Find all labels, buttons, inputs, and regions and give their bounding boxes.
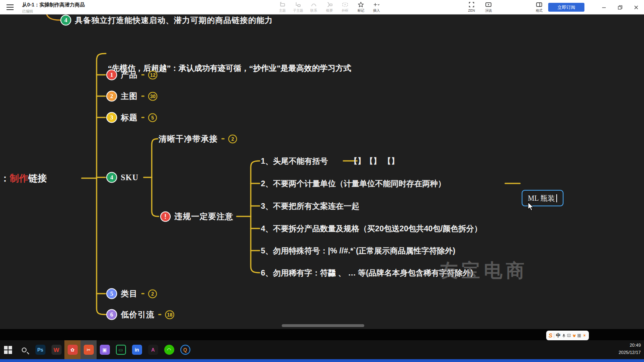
node-clean-connect[interactable]: 清晰干净带承接 2 [159, 134, 237, 144]
keyboard-icon[interactable] [567, 333, 571, 337]
node-violation[interactable]: ! 违规一定要注意 [160, 211, 233, 222]
taskbar-video-app[interactable]: ▣ [97, 340, 113, 359]
tray-clock[interactable]: 20:49 2025/12/17 [619, 342, 641, 356]
node-sku[interactable]: 4 SKU [106, 172, 138, 183]
node-rule-3[interactable]: 3、不要把所有文案连在一起 [261, 201, 359, 212]
numbered-marker-icon: 1 [106, 70, 117, 80]
rule-3-text: 3、不要把所有文案连在一起 [261, 201, 359, 212]
numbered-marker-icon: 4 [106, 172, 117, 183]
present-button[interactable]: 演说 [481, 1, 496, 14]
toolbox-grid-icon[interactable] [578, 333, 581, 338]
numbered-marker-icon: 4 [60, 15, 71, 26]
toolbar-topic-button[interactable]: 主题 [275, 1, 290, 14]
toolbar-relationship-button[interactable]: 联系 [306, 1, 322, 14]
tray-time: 20:49 [619, 342, 641, 349]
node-sku-label: SKU [121, 173, 138, 182]
title-block: 从0-1：实操制作高潜力商品 已编辑 [22, 2, 85, 14]
node-rule-2[interactable]: 2、不要两个计量单位（计量单位不能同时存在两种） [261, 178, 446, 189]
mindmap-canvas[interactable]: 4 具备独立打造能快速启动、潜力可期的商品链接的能力 “先模仿，后超越”：承认成… [0, 14, 644, 329]
ime-toolbar[interactable]: S 中 ☀ [546, 331, 589, 340]
node-product-label: 产品 [121, 70, 138, 80]
close-button[interactable] [628, 0, 644, 14]
branch-connectors [0, 14, 644, 329]
toolbar-subtopic-button[interactable]: 子主题 [290, 1, 306, 14]
screen: 从0-1：实操制作高潜力商品 已编辑 主题 子主题 联系 概要 外框 [0, 0, 644, 362]
collapse-count-badge[interactable]: 30 [148, 92, 157, 101]
taskbar-remote-desktop[interactable]: ▭ [113, 340, 129, 359]
node-rule-1[interactable]: 1、头尾不能有括号 【】【】 【】 [261, 156, 399, 167]
toolbar-boundary-button[interactable]: 外框 [337, 1, 353, 14]
numbered-marker-icon: 6 [106, 309, 117, 320]
subscribe-button[interactable]: 立即订阅 [548, 3, 584, 12]
menu-icon[interactable] [6, 4, 14, 10]
microphone-icon[interactable] [562, 333, 566, 338]
format-panel-icon [536, 1, 543, 8]
tray-date: 2025/12/17 [619, 349, 641, 356]
taskbar-photoshop[interactable]: Ps [32, 340, 48, 359]
toolbar-summary-button[interactable]: 概要 [322, 1, 337, 14]
horizontal-scrollbar[interactable] [282, 324, 364, 327]
text-caret [556, 194, 557, 202]
node-main-image[interactable]: 2 主图 30 [106, 91, 157, 102]
toolbar-marker-button[interactable]: 标记 [353, 1, 369, 14]
skin-shirt-icon[interactable] [572, 333, 576, 338]
zen-mode-button[interactable]: ZEN [464, 1, 479, 14]
window-controls [596, 0, 644, 14]
collapse-stub [158, 314, 161, 315]
node-low-price-label: 低价引流 [121, 309, 155, 320]
document-status: 已编辑 [22, 9, 85, 14]
taskbar-design-app[interactable]: A [145, 340, 161, 359]
node-rule-4[interactable]: 4、不要拆分产品数量及规格（买20包送20包共40包/颜色拆分） [261, 223, 482, 234]
numbered-marker-icon: 2 [106, 91, 117, 102]
format-panel-button[interactable]: 格式 [531, 1, 547, 14]
node-rule-6[interactable]: 6、勿用稀有字：符龘 、 … 等(品牌名本身包含稀有字符除外) [261, 267, 473, 278]
taskbar-record-app-active[interactable]: ✂ [80, 340, 97, 359]
windows-logo-icon [4, 346, 12, 354]
node-product[interactable]: 1 产品 12 [106, 70, 157, 80]
document-title: 从0-1：实操制作高潜力商品 [22, 2, 85, 8]
present-label: 演说 [485, 8, 492, 13]
root-suffix: 链接 [28, 173, 47, 183]
node-title[interactable]: 3 标题 5 [106, 112, 157, 123]
minimize-button[interactable] [596, 0, 612, 14]
zen-label: ZEN [468, 8, 475, 12]
collapse-count-badge[interactable]: 18 [165, 310, 174, 319]
toolbar-insert-button[interactable]: 插入 [369, 1, 384, 14]
taskbar-mindmap-app-active[interactable]: ✿ [64, 340, 80, 359]
photoshop-icon: Ps [35, 345, 45, 355]
restore-button[interactable] [612, 0, 628, 14]
collapse-count-badge[interactable]: 5 [148, 113, 157, 122]
collapse-count-badge[interactable]: 12 [148, 70, 157, 79]
numbered-marker-icon: 3 [106, 112, 117, 123]
taskbar-wechat[interactable]: ◠ [161, 340, 177, 359]
toolbar: 主题 子主题 联系 概要 外框 标记 [275, 1, 384, 14]
windows-taskbar: Ps W ✿ ✂ ▣ ▭ in A ◠ Q S 中 ☀ 20:49 2025/1… [0, 340, 644, 359]
rule-4-text: 4、不要拆分产品数量及规格（买20包送20包共40包/颜色拆分） [261, 223, 482, 234]
sogou-logo-icon: S [549, 332, 552, 339]
node-capability[interactable]: 4 具备独立打造能快速启动、潜力可期的商品链接的能力 [60, 15, 273, 26]
divider [554, 333, 554, 338]
taskbar-wps[interactable]: W [48, 340, 64, 359]
ime-language-icon[interactable]: 中 [556, 332, 561, 339]
root-highlight: 制作 [10, 173, 28, 183]
taskbar-browser[interactable]: Q [177, 340, 193, 359]
collapse-count-badge[interactable]: 2 [228, 134, 237, 143]
toolbar-relationship-label: 联系 [310, 8, 317, 13]
ime-extra-icon[interactable]: ☀ [582, 333, 586, 338]
node-main-image-label: 主图 [121, 91, 138, 102]
search-button[interactable] [16, 340, 32, 359]
node-rule-5[interactable]: 5、勿用特殊符号：|% //#.*`(正常展示商品属性字符除外) [261, 245, 455, 256]
collapse-count-badge[interactable]: 2 [148, 289, 157, 298]
topic-icon [279, 1, 286, 8]
taskbar-accent-strip [0, 359, 644, 362]
taskbar-docs-app[interactable]: in [129, 340, 145, 359]
rule-1-brackets: 【】【】 【】 [350, 156, 399, 167]
node-category[interactable]: 5 类目 2 [106, 288, 157, 299]
node-root[interactable]: rt 1：制作链接 [0, 172, 47, 185]
summary-icon [326, 1, 333, 8]
warning-icon: ! [160, 211, 171, 222]
start-button[interactable] [0, 340, 16, 359]
node-low-price[interactable]: 6 低价引流 18 [106, 309, 174, 320]
collapse-stub [141, 74, 144, 76]
toolbar-boundary-label: 外框 [342, 8, 349, 13]
